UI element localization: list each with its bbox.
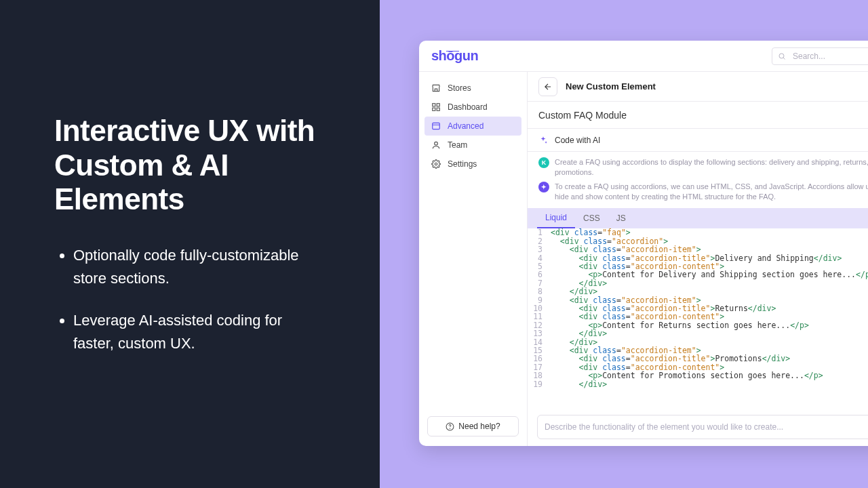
settings-icon bbox=[431, 159, 441, 169]
dashboard-icon bbox=[431, 102, 441, 112]
back-button[interactable] bbox=[538, 77, 557, 96]
sidebar-item-dashboard[interactable]: Dashboard bbox=[425, 98, 521, 117]
need-help-button[interactable]: Need help? bbox=[427, 416, 519, 436]
chat-text: Create a FAQ using accordions to display… bbox=[555, 157, 868, 178]
search-input[interactable] bbox=[793, 52, 868, 61]
team-icon bbox=[431, 140, 441, 150]
sidebar: Stores Dashboard Advanced Team Settings bbox=[419, 72, 528, 446]
tab-js[interactable]: JS bbox=[608, 208, 634, 228]
search-icon bbox=[778, 52, 786, 60]
sidebar-item-label: Dashboard bbox=[448, 102, 488, 112]
sidebar-item-label: Stores bbox=[448, 83, 471, 93]
element-name-row: Custom FAQ Module bbox=[528, 102, 868, 129]
app-preview-panel: shōgun Stores Dashboard Advanced bbox=[380, 0, 868, 488]
sidebar-item-settings[interactable]: Settings bbox=[425, 155, 521, 174]
marketing-bullet: Optionally code fully-customizable store… bbox=[73, 244, 326, 290]
logo: shōgun bbox=[431, 48, 478, 64]
main-header: New Custom Element bbox=[528, 72, 868, 102]
ai-chat: K Create a FAQ using accordions to displ… bbox=[528, 152, 868, 208]
sidebar-item-advanced[interactable]: Advanced bbox=[425, 117, 521, 136]
marketing-bullet: Leverage AI-assisted coding for faster, … bbox=[73, 309, 326, 355]
svg-rect-4 bbox=[433, 108, 435, 110]
svg-point-0 bbox=[779, 54, 784, 58]
tab-liquid[interactable]: Liquid bbox=[537, 208, 575, 228]
help-label: Need help? bbox=[458, 422, 500, 431]
arrow-left-icon bbox=[543, 82, 553, 92]
svg-rect-5 bbox=[437, 108, 439, 110]
app-header: shōgun bbox=[419, 41, 868, 72]
marketing-panel: Interactive UX with Custom & AI Elements… bbox=[0, 0, 380, 488]
code-tabs: Liquid CSS JS bbox=[528, 208, 868, 228]
code-editor[interactable]: 1<div class="faq">2 <div class="accordio… bbox=[528, 228, 868, 409]
store-icon bbox=[431, 83, 441, 93]
sidebar-item-label: Advanced bbox=[448, 121, 484, 131]
svg-rect-6 bbox=[433, 123, 440, 129]
svg-rect-2 bbox=[433, 104, 435, 106]
page-title: New Custom Element bbox=[566, 81, 656, 92]
ai-prompt-input[interactable] bbox=[545, 422, 868, 432]
app-window: shōgun Stores Dashboard Advanced bbox=[419, 41, 868, 446]
svg-point-11 bbox=[450, 428, 451, 428]
sidebar-item-label: Settings bbox=[448, 159, 477, 169]
chat-ai-message: To create a FAQ using accordions, we can… bbox=[538, 182, 868, 202]
code-line: 19 </div> bbox=[528, 380, 868, 388]
advanced-icon bbox=[431, 121, 441, 131]
chat-text: To create a FAQ using accordions, we can… bbox=[555, 182, 868, 202]
code-with-ai-row[interactable]: Code with AI bbox=[528, 129, 868, 152]
svg-point-8 bbox=[435, 142, 438, 145]
sparkle-icon bbox=[538, 136, 548, 145]
svg-line-1 bbox=[783, 58, 785, 59]
svg-rect-3 bbox=[437, 104, 439, 106]
help-icon bbox=[446, 422, 454, 431]
user-avatar: K bbox=[538, 157, 549, 168]
search-box[interactable] bbox=[772, 47, 868, 65]
ai-avatar bbox=[538, 182, 549, 192]
element-name-input[interactable]: Custom FAQ Module bbox=[538, 110, 868, 121]
main-content: New Custom Element Custom FAQ Module Cod… bbox=[528, 72, 868, 446]
code-with-ai-label: Code with AI bbox=[555, 136, 600, 145]
ai-prompt-bar[interactable] bbox=[537, 415, 868, 439]
sidebar-item-label: Team bbox=[448, 140, 467, 150]
chat-user-message: K Create a FAQ using accordions to displ… bbox=[538, 157, 868, 178]
sidebar-item-team[interactable]: Team bbox=[425, 136, 521, 155]
marketing-heading: Interactive UX with Custom & AI Elements bbox=[54, 114, 326, 217]
tab-css[interactable]: CSS bbox=[575, 208, 608, 228]
svg-point-9 bbox=[435, 163, 437, 165]
sidebar-item-stores[interactable]: Stores bbox=[425, 79, 521, 98]
